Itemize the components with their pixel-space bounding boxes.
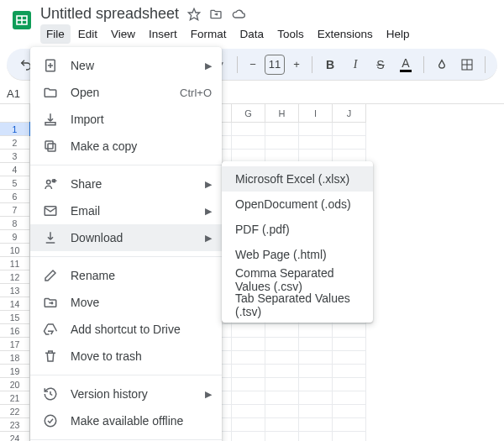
col-header[interactable]: H [265, 104, 299, 123]
download-tsv[interactable]: Tab Separated Values (.tsv) [222, 292, 373, 318]
cell[interactable] [333, 432, 366, 441]
row-header[interactable]: 16 [0, 324, 30, 338]
menu-view[interactable]: View [105, 24, 141, 44]
cell[interactable] [265, 418, 299, 432]
menu-insert[interactable]: Insert [143, 24, 183, 44]
menu-item-email[interactable]: Email ▶ [30, 197, 222, 224]
cell[interactable] [265, 391, 299, 405]
row-header[interactable]: 3 [0, 150, 30, 163]
borders-button[interactable] [456, 54, 478, 76]
cell[interactable] [265, 123, 299, 136]
cell[interactable] [333, 338, 366, 351]
menu-item-new[interactable]: New ▶ [30, 52, 222, 79]
download-html[interactable]: Web Page (.html) [222, 242, 373, 267]
cell[interactable] [299, 378, 333, 391]
font-size-increase[interactable]: + [288, 58, 305, 71]
menu-item-trash[interactable]: Move to trash [30, 343, 222, 370]
cell[interactable] [232, 418, 265, 432]
cell[interactable] [333, 123, 366, 136]
cell[interactable] [232, 391, 265, 405]
menu-edit[interactable]: Edit [72, 24, 103, 44]
row-header[interactable]: 24 [0, 432, 30, 441]
cell[interactable] [265, 136, 299, 150]
row-header[interactable]: 11 [0, 257, 30, 270]
cell[interactable] [299, 338, 333, 351]
cell[interactable] [299, 136, 333, 150]
row-header[interactable]: 9 [0, 230, 30, 244]
cell[interactable] [333, 418, 366, 432]
row-header[interactable]: 23 [0, 418, 30, 432]
menu-item-move[interactable]: Move [30, 289, 222, 316]
cell[interactable] [232, 432, 265, 441]
bold-button[interactable]: B [319, 54, 341, 76]
cell[interactable] [265, 378, 299, 391]
cell[interactable] [299, 405, 333, 418]
star-icon[interactable] [187, 8, 201, 21]
menu-item-open[interactable]: Open Ctrl+O [30, 79, 222, 106]
cell[interactable] [333, 391, 366, 405]
row-header[interactable]: 2 [0, 136, 30, 150]
cell[interactable] [265, 365, 299, 378]
download-csv[interactable]: Comma Separated Values (.csv) [222, 267, 373, 292]
cell[interactable] [265, 432, 299, 441]
menu-item-rename[interactable]: Rename [30, 262, 222, 289]
row-header[interactable]: 5 [0, 176, 30, 190]
cell[interactable] [265, 338, 299, 351]
row-header[interactable]: 15 [0, 311, 30, 324]
move-folder-icon[interactable] [209, 8, 223, 21]
cell[interactable] [333, 378, 366, 391]
strikethrough-button[interactable]: S [370, 54, 391, 76]
col-header[interactable]: J [333, 104, 366, 123]
cell[interactable] [333, 405, 366, 418]
menu-item-offline[interactable]: Make available offline [30, 407, 222, 434]
menu-item-import[interactable]: Import [30, 106, 222, 133]
row-header[interactable]: 4 [0, 163, 30, 176]
row-header[interactable]: 13 [0, 284, 30, 297]
row-header[interactable]: 21 [0, 391, 30, 405]
fill-color-button[interactable] [431, 54, 453, 76]
menu-item-add-shortcut[interactable]: Add shortcut to Drive [30, 316, 222, 343]
cell[interactable] [265, 324, 299, 338]
row-header[interactable]: 10 [0, 244, 30, 257]
download-pdf[interactable]: PDF (.pdf) [222, 217, 373, 242]
cell[interactable] [299, 391, 333, 405]
font-size-input[interactable]: 11 [265, 55, 285, 75]
cell[interactable] [232, 405, 265, 418]
italic-button[interactable]: I [344, 54, 366, 76]
col-header[interactable]: I [299, 104, 333, 123]
cell[interactable] [333, 136, 366, 150]
cell[interactable] [299, 432, 333, 441]
text-color-button[interactable]: A [395, 54, 417, 76]
cell[interactable] [232, 123, 265, 136]
menu-help[interactable]: Help [381, 24, 416, 44]
cell[interactable] [232, 365, 265, 378]
cell[interactable] [265, 351, 299, 365]
cell[interactable] [232, 136, 265, 150]
cloud-status-icon[interactable] [231, 8, 246, 21]
menu-file[interactable]: File [40, 24, 71, 44]
menu-data[interactable]: Data [234, 24, 270, 44]
cell[interactable] [299, 418, 333, 432]
row-header[interactable]: 1 [0, 123, 30, 136]
cell[interactable] [232, 338, 265, 351]
cell[interactable] [232, 378, 265, 391]
col-header[interactable]: G [232, 104, 265, 123]
cell[interactable] [265, 405, 299, 418]
cell[interactable] [299, 351, 333, 365]
cell[interactable] [333, 324, 366, 338]
menu-item-version-history[interactable]: Version history ▶ [30, 381, 222, 407]
menu-extensions[interactable]: Extensions [312, 24, 379, 44]
select-all-corner[interactable] [0, 104, 30, 123]
row-header[interactable]: 14 [0, 297, 30, 311]
row-header[interactable]: 18 [0, 351, 30, 365]
cell[interactable] [333, 365, 366, 378]
cell[interactable] [299, 324, 333, 338]
download-ods[interactable]: OpenDocument (.ods) [222, 192, 373, 217]
row-header[interactable]: 22 [0, 405, 30, 418]
menu-item-download[interactable]: Download ▶ [30, 224, 222, 251]
font-size-decrease[interactable]: − [244, 58, 261, 71]
row-header[interactable]: 8 [0, 217, 30, 230]
menu-item-share[interactable]: Share ▶ [30, 171, 222, 197]
menu-format[interactable]: Format [185, 24, 233, 44]
cell[interactable] [299, 123, 333, 136]
